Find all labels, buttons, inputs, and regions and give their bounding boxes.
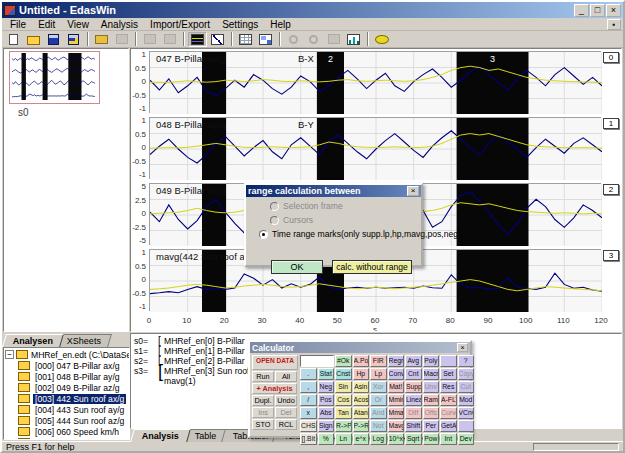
calc-button-cnt[interactable]: Cnt	[405, 368, 422, 380]
plot-area-1[interactable]: 048 B-Pillar ay/gB-Y	[149, 117, 601, 179]
dialog-title-bar[interactable]: range calculation between ×	[246, 185, 421, 197]
menu-importexport[interactable]: Import/Export	[144, 18, 216, 31]
calc-button-run[interactable]: Run	[252, 371, 274, 382]
calc-button-res[interactable]: Res	[440, 381, 457, 393]
menu-view[interactable]: View	[61, 18, 95, 31]
radio-icon[interactable]	[259, 230, 268, 239]
save-button[interactable]	[44, 32, 63, 47]
table-view-button[interactable]	[236, 32, 255, 47]
calc-button-shift[interactable]: Shift	[405, 420, 422, 432]
calc-button-linear[interactable]: Linear	[405, 394, 422, 406]
calc-button-cnst[interactable]: Cnst	[335, 368, 352, 380]
calc-button-[interactable]: %	[318, 433, 335, 445]
calc-button-vcnv[interactable]: VCnv	[458, 407, 475, 419]
mdi-child-button[interactable]: ▪	[607, 19, 621, 30]
analysis-view-button[interactable]	[188, 32, 207, 47]
menu-file[interactable]: File	[4, 18, 32, 31]
calc-button-supp[interactable]: Supp	[405, 381, 422, 393]
tree-item[interactable]: [003] 442 Sun roof ax/g	[18, 393, 129, 404]
calc-button-mod[interactable]: Mod	[458, 394, 475, 406]
menu-edit[interactable]: Edit	[32, 18, 61, 31]
calculator-input[interactable]	[300, 355, 334, 367]
calc-button-analysis[interactable]: + Analysis	[252, 383, 297, 394]
radio-option-3[interactable]: Time range marks(only supp.lp,hp,mavg,po…	[259, 229, 421, 239]
tree-root[interactable]: − MHRef_en.edt (C:\DataSet)	[5, 349, 129, 360]
collapse-icon[interactable]: −	[5, 350, 14, 359]
plot-area-0[interactable]: 23047 B-Pillar ax/gB-X	[149, 51, 601, 113]
calc-button-tan[interactable]: Tan	[335, 407, 352, 419]
calc-button-poly[interactable]: Poly	[423, 355, 440, 367]
calc-button-sto[interactable]: STO	[252, 419, 274, 430]
calc-button-aflt[interactable]: A-FLT	[440, 394, 457, 406]
calc-button-int[interactable]: Int	[440, 433, 457, 445]
calc-button-set[interactable]: Set	[440, 368, 457, 380]
new-document-button[interactable]	[4, 32, 23, 47]
calc-button-[interactable]: /	[300, 394, 317, 406]
calc-button-atan[interactable]: Atan	[353, 407, 370, 419]
calc-button-[interactable]: .	[300, 368, 317, 380]
calc-button-dupl[interactable]: Dupl.	[252, 395, 274, 406]
calc-button-dev[interactable]: Dev	[458, 433, 475, 445]
calc-button-rampl[interactable]: Rampl	[423, 394, 440, 406]
minimize-button[interactable]: _	[574, 4, 589, 17]
explorer-tab-analysen[interactable]: Analysen	[2, 334, 64, 347]
calc-button-getat[interactable]: GetAt	[440, 420, 457, 432]
calc-button-neg[interactable]: Neg	[318, 381, 335, 393]
ok-button[interactable]: OK	[271, 260, 323, 274]
calc-button-ln[interactable]: Ln	[335, 433, 352, 445]
calc-button-mat[interactable]: Mat!	[388, 381, 405, 393]
explorer-tab-xsheets[interactable]: XSheets	[56, 334, 112, 347]
calc-button-rcl[interactable]: RCL	[275, 419, 297, 430]
calc-button-x[interactable]: x	[300, 407, 317, 419]
save-all-button[interactable]	[64, 32, 83, 47]
calc-button-log[interactable]: Log	[370, 433, 387, 445]
calc-button-undo[interactable]: Undo	[275, 395, 297, 406]
calc-button-regr[interactable]: Regr	[388, 355, 405, 367]
calc-button-per[interactable]: Per	[423, 420, 440, 432]
calc-button-fir[interactable]: FIR	[370, 355, 387, 367]
calc-button-acos[interactable]: Acos	[353, 394, 370, 406]
calc-button-apol[interactable]: A.Pol	[353, 355, 370, 367]
calc-button-pr[interactable]: P->R	[353, 420, 370, 432]
calc-button-rp[interactable]: R->P	[335, 420, 352, 432]
calc-button-mmax[interactable]: Mmax	[388, 407, 405, 419]
calc-button-[interactable]: ,	[300, 381, 317, 393]
calc-button-abs[interactable]: Abs	[318, 407, 335, 419]
calc-button-conv[interactable]: Conv	[388, 368, 405, 380]
tree-item[interactable]: [007] 043 Engine speed 1/min	[18, 437, 129, 440]
calc-button-avg[interactable]: Avg	[405, 355, 422, 367]
calc-button-ok[interactable]: #Ok	[335, 355, 352, 367]
database-button[interactable]	[372, 32, 391, 47]
calc-button-stat[interactable]: Stat	[318, 368, 335, 380]
calc-button-asin[interactable]: Asin	[353, 381, 370, 393]
calc-button-pow[interactable]: Pow	[423, 433, 440, 445]
tree-item[interactable]: [000] 047 B-Pillar ax/g	[18, 360, 129, 371]
calc-button-hp[interactable]: Hp	[353, 368, 370, 380]
export-data-button[interactable]	[92, 32, 111, 47]
calc-button-chs[interactable]: CHS	[300, 420, 317, 432]
calc-button-10x[interactable]: 10^x	[388, 433, 405, 445]
tile-windows-button[interactable]	[256, 32, 275, 47]
tree-item[interactable]: [002] 049 B-Pillar az/g	[18, 382, 129, 393]
analysis-thumbnail[interactable]	[9, 51, 100, 104]
calculator-title-bar[interactable]: Calculator ×	[250, 342, 470, 353]
tree-item[interactable]: [001] 048 B-Pillar ay/g	[18, 371, 129, 382]
calc-button-cos[interactable]: Cos	[335, 394, 352, 406]
xy-view-button[interactable]	[208, 32, 227, 47]
open-file-button[interactable]	[24, 32, 43, 47]
menu-settings[interactable]: Settings	[216, 18, 264, 31]
calculator-close-icon[interactable]: ×	[457, 343, 468, 352]
bar-chart-button[interactable]	[344, 32, 363, 47]
dialog-close-icon[interactable]: ×	[407, 186, 419, 196]
calc-button-sqrt[interactable]: Sqrt	[405, 433, 422, 445]
open-data-button[interactable]: OPEN DATA	[252, 355, 298, 370]
calc-button-[interactable]: ?	[458, 355, 475, 367]
menu-analysis[interactable]: Analysis	[95, 18, 144, 31]
calc-button-lp[interactable]: Lp	[370, 368, 387, 380]
view-tab-analysis[interactable]: Analysis	[130, 429, 191, 442]
close-button[interactable]: ×	[606, 4, 621, 17]
calc-without-range-button[interactable]: calc. without range	[332, 260, 412, 274]
calc-button-pos[interactable]: Pos	[318, 394, 335, 406]
calc-button-bit[interactable]: [].Bit	[300, 433, 317, 445]
calc-button-mmin[interactable]: Mmin	[388, 394, 405, 406]
